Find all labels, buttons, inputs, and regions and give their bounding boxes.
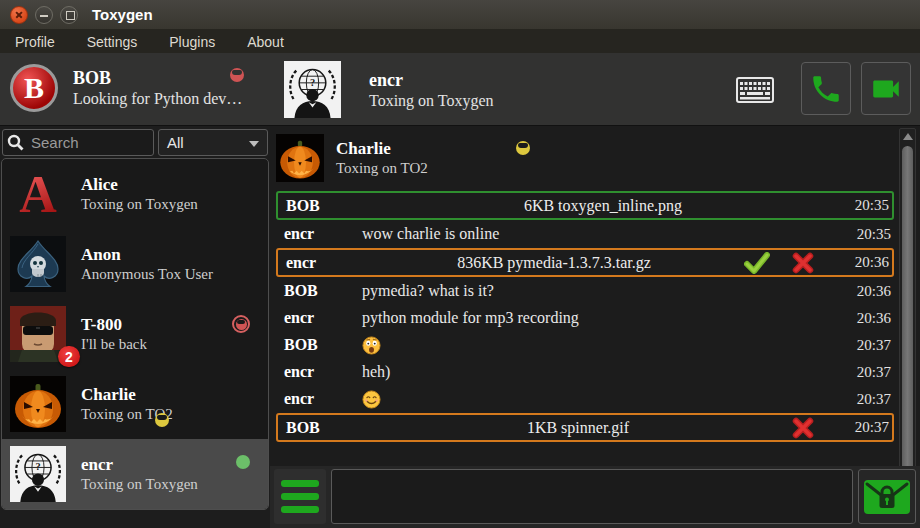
menu-profile[interactable]: Profile — [3, 32, 67, 52]
contact-name: Charlie — [81, 384, 173, 405]
self-avatar[interactable]: B — [10, 64, 58, 112]
message-scrollbar[interactable] — [899, 128, 916, 523]
maximize-window-icon[interactable] — [60, 6, 78, 24]
toxygen-window: Toxygen Profile Settings Plugins About B… — [0, 0, 920, 528]
message-time: 20:37 — [844, 364, 894, 381]
chevron-down-icon — [249, 141, 259, 147]
preview-contact-status: Toxing on TO2 — [336, 159, 530, 178]
accept-file-icon[interactable] — [744, 252, 770, 274]
text-message-row: BOB pymedia? what is it? 20:36 — [276, 278, 894, 304]
decline-file-icon[interactable] — [792, 252, 814, 274]
menubar: Profile Settings Plugins About — [0, 30, 920, 53]
sidebar: All A Alice Toxing on Toxygen — [0, 126, 270, 528]
audio-call-button[interactable] — [801, 62, 851, 115]
scrollbar-thumb[interactable] — [902, 146, 913, 509]
active-friend-info: ? encr Toxing on Toxygen — [284, 61, 494, 118]
preview-contact-name: Charlie — [336, 138, 391, 159]
contact-name: encr — [81, 454, 198, 475]
file-transfer-row-finished: BOB 6KB toxygen_inline.png 20:35 — [276, 191, 894, 220]
friend-avatar-anonymous: ? — [284, 61, 341, 118]
header: B BOB Looking for Python dev… ? — [0, 53, 920, 126]
pumpkin-avatar — [10, 376, 66, 432]
contact-name: Anon — [81, 244, 213, 265]
contact-list: A Alice Toxing on Toxygen — [1, 158, 269, 510]
contact-status-message: Toxing on Toxygen — [81, 195, 198, 214]
contact-row-alice[interactable]: A Alice Toxing on Toxygen — [2, 159, 268, 229]
contact-row-encr[interactable]: ? encr Toxing on Toxygen — [2, 439, 268, 509]
typing-notification-icon[interactable] — [736, 77, 774, 107]
message-sender: encr — [276, 225, 362, 243]
window-controls — [10, 6, 78, 24]
away-status-icon — [155, 413, 169, 427]
scroll-up-icon[interactable] — [903, 133, 913, 140]
message-text: heh) — [362, 363, 844, 381]
menu-about[interactable]: About — [235, 32, 296, 52]
smiling-face-emoji-icon — [362, 390, 381, 409]
close-window-icon[interactable] — [10, 6, 28, 24]
busy-status-icon — [232, 315, 250, 333]
search-input[interactable] — [2, 129, 154, 156]
cancel-file-icon[interactable] — [792, 417, 814, 439]
contact-row-t800[interactable]: 2 T-800 I'll be back — [2, 299, 268, 369]
message-input-bar — [270, 466, 920, 528]
message-sender: BOB — [278, 419, 364, 437]
message-sender: encr — [276, 363, 362, 381]
unread-count-badge: 2 — [58, 346, 80, 367]
self-name[interactable]: BOB — [73, 67, 242, 89]
contact-filter-dropdown[interactable]: All — [158, 129, 268, 156]
contact-status-message: I'll be back — [81, 335, 147, 354]
text-message-row: encr heh) 20:37 — [276, 359, 894, 385]
contact-status-message: Anonymous Tox User — [81, 265, 213, 284]
message-sender: BOB — [276, 282, 362, 300]
message-time: 20:35 — [842, 197, 892, 214]
message-text: python module for mp3 recording — [362, 309, 844, 327]
pumpkin-avatar — [276, 134, 324, 182]
anonymous-logo-avatar: ? — [10, 446, 66, 502]
message-time: 20:36 — [842, 254, 892, 271]
chat-menu-button[interactable] — [274, 469, 326, 524]
file-transfer-row-in-progress: BOB 1KB spinner.gif 20:37 — [276, 413, 894, 442]
phone-icon — [809, 72, 843, 106]
away-status-icon — [516, 141, 530, 155]
contact-row-charlie[interactable]: Charlie Toxing on TO2 — [2, 369, 268, 439]
text-message-row: encr wow charlie is online 20:35 — [276, 221, 894, 247]
friend-name: encr — [369, 69, 494, 91]
send-message-button[interactable] — [858, 469, 916, 524]
contact-filter-value: All — [167, 134, 184, 151]
message-time: 20:35 — [844, 226, 894, 243]
search-icon — [7, 134, 24, 151]
contact-status-message: Toxing on Toxygen — [81, 475, 198, 494]
titlebar: Toxygen — [0, 0, 920, 30]
menu-settings[interactable]: Settings — [75, 32, 150, 52]
message-text: pymedia? what is it? — [362, 282, 844, 300]
contact-name: T-800 — [81, 314, 147, 335]
message-sender: encr — [276, 390, 362, 408]
message-time: 20:36 — [844, 283, 894, 300]
minimize-window-icon[interactable] — [35, 6, 53, 24]
message-sender: encr — [276, 309, 362, 327]
message-input[interactable] — [331, 469, 853, 524]
window-title: Toxygen — [92, 6, 153, 23]
contact-name: Alice — [81, 174, 198, 195]
message-sender: BOB — [278, 197, 364, 215]
svg-text:?: ? — [310, 77, 315, 88]
self-busy-status-icon[interactable] — [230, 68, 244, 82]
file-transfer-row-incoming: encr 836KB pymedia-1.3.7.3.tar.gz 20:36 — [276, 248, 894, 277]
file-transfer-label: 1KB spinner.gif — [364, 419, 792, 437]
contact-row-anon[interactable]: Anon Anonymous Tox User — [2, 229, 268, 299]
self-status-message[interactable]: Looking for Python dev… — [73, 89, 242, 109]
online-status-icon — [236, 455, 250, 469]
self-profile: B BOB Looking for Python dev… — [10, 64, 242, 112]
emoji-message-row: encr 20:37 — [276, 386, 894, 412]
message-time: 20:36 — [844, 310, 894, 327]
video-call-button[interactable] — [861, 62, 911, 115]
emoji-message-row: BOB 20:37 — [276, 332, 894, 358]
alice-avatar: A — [10, 166, 66, 222]
message-text: wow charlie is online — [362, 225, 844, 243]
inline-image-preview: Charlie Toxing on TO2 — [276, 129, 894, 186]
menu-plugins[interactable]: Plugins — [157, 32, 227, 52]
file-transfer-label: 6KB toxygen_inline.png — [364, 197, 842, 215]
hamburger-menu-icon — [281, 480, 319, 487]
file-transfer-label: 836KB pymedia-1.3.7.3.tar.gz — [364, 254, 744, 272]
message-sender: encr — [278, 254, 364, 272]
